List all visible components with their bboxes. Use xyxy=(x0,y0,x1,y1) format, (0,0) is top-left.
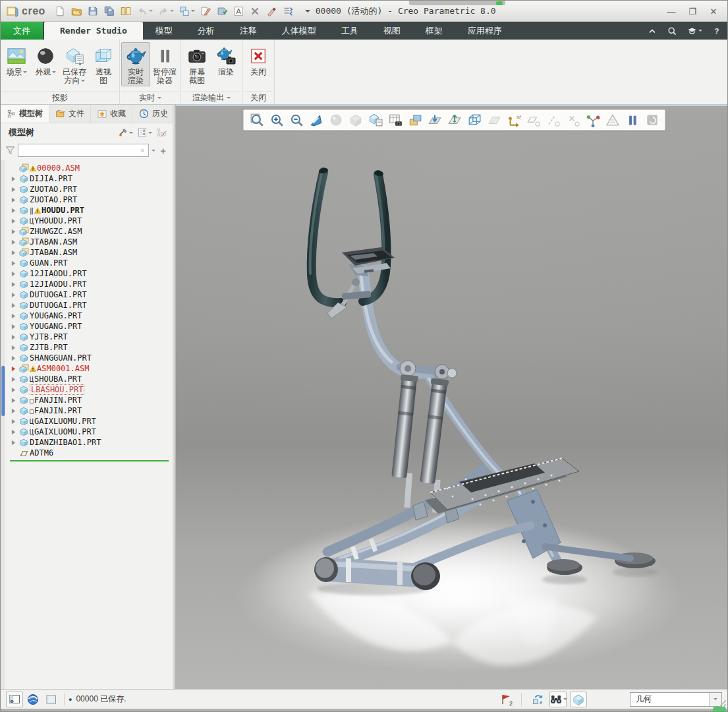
tree-item-YOUGANG.PRT[interactable]: YOUGANG.PRT xyxy=(9,311,173,321)
undo-button[interactable] xyxy=(134,3,155,19)
tree-visibility-button[interactable] xyxy=(155,127,169,139)
expand-arrow[interactable] xyxy=(9,176,18,182)
csys-display-button[interactable] xyxy=(583,111,602,129)
tree-item-SHOUBA.PRT[interactable]: ЦSHOUBA.PRT xyxy=(9,374,173,384)
tab-应用程序[interactable]: 应用程序 xyxy=(455,22,515,40)
expand-arrow[interactable] xyxy=(9,187,18,193)
expand-arrow[interactable] xyxy=(9,334,18,340)
navigator-tab-历史[interactable]: 历史 xyxy=(132,105,173,123)
expand-arrow[interactable] xyxy=(9,271,18,277)
model-box-button[interactable] xyxy=(570,692,587,707)
expand-arrow[interactable] xyxy=(9,324,18,330)
find-button[interactable] xyxy=(549,692,567,707)
repaint-button[interactable] xyxy=(306,111,325,129)
ribbon-button-透视图[interactable]: 透视图 xyxy=(89,42,118,86)
tree-item-JTABAN.ASM[interactable]: JTABAN.ASM xyxy=(9,237,173,247)
axis-tag-display-button[interactable] xyxy=(544,111,563,129)
tab-工具[interactable]: 工具 xyxy=(329,22,371,40)
expand-arrow[interactable] xyxy=(9,303,18,309)
add-filter-button[interactable]: + xyxy=(157,145,169,156)
regenerate-model-button[interactable] xyxy=(529,692,546,707)
tab-模型[interactable]: 模型 xyxy=(143,22,185,40)
tree-item-DUTUOGAI.PRT[interactable]: DUTUOGAI.PRT xyxy=(9,300,173,311)
tab-视图[interactable]: 视图 xyxy=(371,22,413,40)
tree-item-HOUDU.PRT[interactable]: ‖HOUDU.PRT xyxy=(9,205,173,216)
clear-search-icon[interactable]: × xyxy=(139,146,146,154)
save-button[interactable] xyxy=(85,3,101,19)
datum-display-button[interactable] xyxy=(484,111,503,129)
tree-item-JTABAN.ASM[interactable]: JTABAN.ASM xyxy=(9,247,173,258)
arrange-windows-button[interactable] xyxy=(177,3,197,19)
tree-item-YOUGANG.PRT[interactable]: YOUGANG.PRT xyxy=(9,321,173,332)
tree-item-FANJIN.PRT[interactable]: □FANJIN.PRT xyxy=(9,395,173,405)
display-style-button[interactable] xyxy=(346,111,365,129)
ribbon-button-已保存方向[interactable]: 已保存方向 xyxy=(60,42,89,86)
point-tag-display-button[interactable] xyxy=(563,111,582,129)
tree-tools-button[interactable] xyxy=(117,127,134,138)
list-options-button[interactable] xyxy=(280,3,296,19)
tree-item-GUAN.PRT[interactable]: GUAN.PRT xyxy=(9,258,173,268)
save-copy-button[interactable] xyxy=(101,3,117,19)
window-menu-caret[interactable] xyxy=(305,10,310,15)
tree-item-00000.ASM[interactable]: 00000.ASM xyxy=(9,163,173,173)
tree-item-ZHUWGZC.ASM[interactable]: ZHUWGZC.ASM xyxy=(9,226,173,237)
expand-arrow[interactable] xyxy=(9,419,18,425)
expand-arrow[interactable] xyxy=(9,229,18,235)
spin-center-button[interactable] xyxy=(642,111,661,129)
search-button[interactable] xyxy=(665,24,679,38)
filter-funnel-icon[interactable] xyxy=(5,145,16,156)
graphics-viewport[interactable]: x/y xyxy=(176,105,727,689)
expand-arrow[interactable] xyxy=(9,408,18,414)
ribbon-group-label[interactable]: 实时 xyxy=(121,91,179,104)
ribbon-button-暂停渲染器[interactable]: 暂停渲染器 xyxy=(150,42,179,86)
expand-arrow[interactable] xyxy=(9,355,18,361)
tab-文件[interactable]: 文件 xyxy=(1,22,43,40)
ribbon-button-外观[interactable]: 外观 xyxy=(31,42,60,78)
section-offset-button[interactable] xyxy=(445,111,464,129)
axis-display-button[interactable]: x/y xyxy=(504,111,523,129)
ribbon-button-渲染[interactable]: 渲染 xyxy=(211,42,240,78)
expand-arrow[interactable] xyxy=(9,208,18,214)
3d-model-elliptical-trainer[interactable] xyxy=(176,106,727,689)
tree-scrollbar[interactable] xyxy=(1,160,5,689)
selection-filter-dropdown[interactable]: 几何 xyxy=(630,692,722,707)
tree-item-SHANGGUAN.PRT[interactable]: SHANGGUAN.PRT xyxy=(9,353,173,363)
tree-scrollbar-thumb[interactable] xyxy=(1,366,5,416)
zoom-in-button[interactable] xyxy=(267,111,286,129)
new-file-button[interactable] xyxy=(52,3,68,19)
tree-item-12JIAODU.PRT[interactable]: 12JIAODU.PRT xyxy=(9,268,173,279)
ribbon-group-label[interactable]: 渲染输出 xyxy=(182,91,240,104)
ribbon-button-关闭[interactable]: 关闭 xyxy=(244,42,273,78)
expand-arrow[interactable] xyxy=(9,398,18,403)
model-edit-button[interactable] xyxy=(198,3,213,19)
expand-arrow[interactable] xyxy=(9,282,18,287)
text-style-button[interactable]: A xyxy=(231,3,246,19)
shading-style-button[interactable] xyxy=(326,111,345,129)
expand-arrow[interactable] xyxy=(9,387,18,393)
redo-button[interactable] xyxy=(155,3,176,19)
tree-item-ZUOTAO.PRT[interactable]: ZUOTAO.PRT xyxy=(9,184,173,194)
ribbon-button-场景[interactable]: 场景 xyxy=(2,42,31,78)
tree-item-GAIXLUOMU.PRT[interactable]: ЦGAIXLUOMU.PRT xyxy=(9,427,173,437)
tree-item-ZJTB.PRT[interactable]: ZJTB.PRT xyxy=(9,342,173,353)
tree-item-12JIAODU.PRT[interactable]: 12JIAODU.PRT xyxy=(9,279,173,289)
blank-panel-button[interactable] xyxy=(43,692,60,707)
tree-item-YHOUDU.PRT[interactable]: ЦYHOUDU.PRT xyxy=(9,216,173,226)
tree-columns-button[interactable] xyxy=(136,127,154,138)
maximize-button[interactable]: ❐ xyxy=(684,4,701,18)
view-manager-button[interactable] xyxy=(385,111,405,129)
learning-center-button[interactable] xyxy=(685,24,704,38)
expand-arrow[interactable] xyxy=(9,239,18,245)
tree-item-FANJIN.PRT[interactable]: □FANJIN.PRT xyxy=(9,405,173,416)
tree-item-ASM0001.ASM[interactable]: ASM0001.ASM xyxy=(9,363,173,374)
fold-windows-button[interactable] xyxy=(118,3,134,19)
tree-item-GAIXLUOMU.PRT[interactable]: ЦGAIXLUOMU.PRT xyxy=(9,416,173,427)
save-state-button[interactable] xyxy=(214,3,230,19)
expand-arrow[interactable] xyxy=(9,260,18,266)
show-layers-button[interactable] xyxy=(405,111,424,129)
tree-item-ZUOTAO.PRT[interactable]: ZUOTAO.PRT xyxy=(9,194,173,205)
web-browser-button[interactable] xyxy=(24,692,42,707)
ribbon-button-屏幕截图[interactable]: 屏幕截图 xyxy=(182,42,211,86)
expand-arrow[interactable] xyxy=(9,313,18,319)
section-plane-button[interactable] xyxy=(425,111,444,129)
